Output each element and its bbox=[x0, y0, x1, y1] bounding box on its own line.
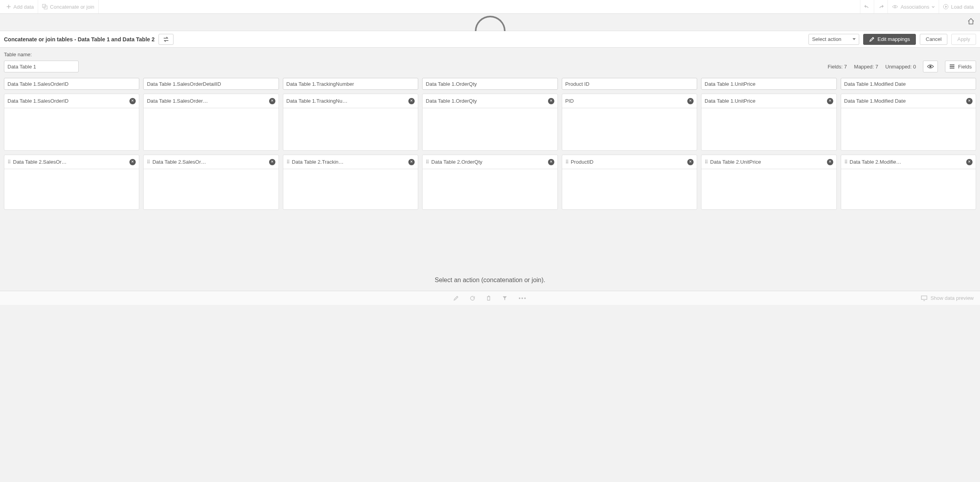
edit-mappings-label: Edit mappings bbox=[878, 36, 910, 42]
fields-button[interactable]: Fields bbox=[945, 61, 976, 72]
mapping-box-target[interactable]: ⠿ Data Table 2.Trackin… bbox=[283, 155, 418, 210]
remove-mapping-icon[interactable] bbox=[827, 159, 833, 165]
column-header[interactable]: Data Table 1.OrderQty bbox=[422, 78, 557, 90]
remove-mapping-icon[interactable] bbox=[129, 98, 136, 104]
table-name-label: Table name: bbox=[4, 52, 976, 57]
undo-icon bbox=[864, 4, 870, 9]
mapping-label: Data Table 2.SalesOr… bbox=[13, 159, 127, 165]
redo-button[interactable] bbox=[874, 0, 888, 13]
edit-mappings-button[interactable]: Edit mappings bbox=[863, 34, 916, 45]
stats-unmapped: Unmapped: 0 bbox=[885, 64, 916, 70]
cancel-label: Cancel bbox=[926, 36, 941, 42]
mapping-box-source[interactable]: Data Table 1.SalesOrderID bbox=[4, 94, 139, 151]
concat-join-button[interactable]: Concatenate or join bbox=[38, 0, 99, 13]
grip-icon[interactable]: ⠿ bbox=[565, 159, 568, 165]
mapping-label: Data Table 1.Modified Date bbox=[844, 98, 964, 104]
load-data-label: Load data bbox=[951, 4, 974, 10]
mapping-box-source[interactable]: Data Table 1.TrackingNu… bbox=[283, 94, 418, 151]
remove-mapping-icon[interactable] bbox=[827, 98, 833, 104]
mapping-box-source[interactable]: Data Table 1.SalesOrder… bbox=[143, 94, 279, 151]
mapping-column: Data Table 1.TrackingNumber Data Table 1… bbox=[283, 78, 418, 210]
grip-icon[interactable]: ⠿ bbox=[426, 159, 429, 165]
column-header[interactable]: Data Table 1.TrackingNumber bbox=[283, 78, 418, 90]
nav-band bbox=[0, 14, 980, 31]
add-data-label: Add data bbox=[13, 4, 34, 10]
add-data-button[interactable]: Add data bbox=[2, 0, 38, 13]
mapping-box-target[interactable]: ⠿ Data Table 2.OrderQty bbox=[422, 155, 557, 210]
mapping-label: Data Table 2.Modifie… bbox=[850, 159, 964, 165]
mapping-box-target[interactable]: ⠿ Data Table 2.SalesOr… bbox=[143, 155, 279, 210]
home-button[interactable] bbox=[967, 18, 974, 25]
swap-button[interactable] bbox=[159, 34, 173, 45]
mapping-column: Data Table 1.SalesOrderID Data Table 1.S… bbox=[4, 78, 139, 210]
chevron-down-icon bbox=[932, 6, 935, 8]
mapping-box-target[interactable]: ⠿ Data Table 2.SalesOr… bbox=[4, 155, 139, 210]
remove-mapping-icon[interactable] bbox=[408, 98, 415, 104]
mapping-box-source[interactable]: PID bbox=[562, 94, 697, 151]
mapping-label: PID bbox=[565, 98, 685, 104]
stats-fields: Fields: 7 bbox=[828, 64, 847, 70]
apply-button: Apply bbox=[951, 34, 976, 45]
mapping-column: Data Table 1.UnitPrice Data Table 1.Unit… bbox=[701, 78, 836, 210]
footer-message: Select an action (concatenation or join)… bbox=[4, 210, 976, 291]
associations-button[interactable]: Associations bbox=[888, 0, 939, 13]
grip-icon[interactable]: ⠿ bbox=[705, 159, 708, 165]
mapping-box-target[interactable]: ⠿ Data Table 2.UnitPrice bbox=[701, 155, 836, 210]
column-header[interactable]: Product ID bbox=[562, 78, 697, 90]
trash-icon[interactable] bbox=[486, 295, 491, 301]
grip-icon[interactable]: ⠿ bbox=[286, 159, 290, 165]
mapping-box-source[interactable]: Data Table 1.UnitPrice bbox=[701, 94, 836, 151]
load-data-button[interactable]: Load data bbox=[939, 0, 978, 13]
remove-mapping-icon[interactable] bbox=[548, 98, 554, 104]
tables-icon bbox=[42, 4, 48, 9]
refresh-icon[interactable] bbox=[470, 295, 475, 301]
show-preview-button[interactable]: Show data preview bbox=[921, 295, 974, 301]
arc-handle-icon[interactable] bbox=[475, 16, 506, 31]
more-icon[interactable]: ••• bbox=[519, 295, 527, 301]
remove-mapping-icon[interactable] bbox=[548, 159, 554, 165]
dropdown-arrow-icon bbox=[853, 38, 856, 40]
grip-icon[interactable]: ⠿ bbox=[7, 159, 11, 165]
mapping-label: Data Table 2.OrderQty bbox=[431, 159, 545, 165]
grip-icon[interactable]: ⠿ bbox=[844, 159, 847, 165]
mapping-label: ProductID bbox=[571, 159, 685, 165]
redo-icon bbox=[878, 4, 884, 9]
cancel-button[interactable]: Cancel bbox=[920, 34, 947, 45]
list-icon bbox=[949, 64, 955, 69]
mapping-label: Data Table 2.Trackin… bbox=[292, 159, 406, 165]
mapping-column: Data Table 1.OrderQty Data Table 1.Order… bbox=[422, 78, 557, 210]
grip-icon[interactable]: ⠿ bbox=[147, 159, 150, 165]
remove-mapping-icon[interactable] bbox=[269, 98, 275, 104]
mapping-box-source[interactable]: Data Table 1.Modified Date bbox=[841, 94, 976, 151]
mapping-box-source[interactable]: Data Table 1.OrderQty bbox=[422, 94, 557, 151]
mapping-label: Data Table 1.TrackingNu… bbox=[286, 98, 406, 104]
mapping-box-target[interactable]: ⠿ Data Table 2.Modifie… bbox=[841, 155, 976, 210]
svg-point-4 bbox=[930, 66, 932, 68]
remove-mapping-icon[interactable] bbox=[966, 98, 973, 104]
column-header[interactable]: Data Table 1.UnitPrice bbox=[701, 78, 836, 90]
content-area: Table name: Fields: 7 Mapped: 7 Unmapped… bbox=[0, 48, 980, 291]
mapping-column: Data Table 1.SalesOrderDetailID Data Tab… bbox=[143, 78, 279, 210]
column-header[interactable]: Data Table 1.SalesOrderID bbox=[4, 78, 139, 90]
select-action-label: Select action bbox=[812, 36, 841, 42]
table-name-input[interactable] bbox=[4, 61, 79, 72]
filter-icon[interactable] bbox=[502, 295, 508, 301]
preview-toggle-button[interactable] bbox=[923, 61, 938, 72]
mapping-column: Product ID PID ⠿ ProductID bbox=[562, 78, 697, 210]
remove-mapping-icon[interactable] bbox=[687, 159, 694, 165]
pencil-icon[interactable] bbox=[453, 295, 459, 301]
remove-mapping-icon[interactable] bbox=[408, 159, 415, 165]
page-title: Concatenate or join tables - Data Table … bbox=[4, 36, 155, 42]
remove-mapping-icon[interactable] bbox=[129, 159, 136, 165]
remove-mapping-icon[interactable] bbox=[687, 98, 694, 104]
fields-button-label: Fields bbox=[958, 64, 972, 70]
column-header[interactable]: Data Table 1.SalesOrderDetailID bbox=[143, 78, 279, 90]
mapping-columns: Data Table 1.SalesOrderID Data Table 1.S… bbox=[4, 78, 976, 210]
column-header[interactable]: Data Table 1.Modified Date bbox=[841, 78, 976, 90]
undo-button[interactable] bbox=[860, 0, 874, 13]
mapping-box-target[interactable]: ⠿ ProductID bbox=[562, 155, 697, 210]
stats-mapped: Mapped: 7 bbox=[854, 64, 878, 70]
select-action-dropdown[interactable]: Select action bbox=[808, 34, 859, 45]
remove-mapping-icon[interactable] bbox=[269, 159, 275, 165]
remove-mapping-icon[interactable] bbox=[966, 159, 973, 165]
